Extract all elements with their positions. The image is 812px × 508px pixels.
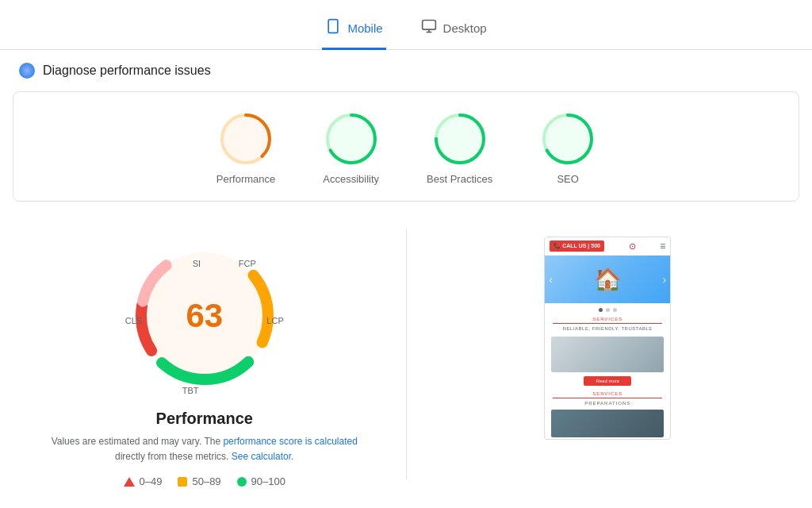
score-card-performance[interactable]: 63 Performance [216,111,275,185]
score-circle-best-practices: 100 [432,111,488,167]
desktop-icon [421,18,437,38]
phone-interior-image [551,337,664,372]
legend-icon-green [237,477,247,487]
phone-topbar: 📞 CALL US | 500 ⊙ ≡ [545,237,670,256]
section-header: Diagnose performance issues [0,50,812,91]
gauge-label-si: SI [193,259,201,268]
score-label-accessibility: Accessibility [323,173,379,185]
legend: 0–49 50–89 90–100 [124,475,285,487]
phone-bottom-image [551,410,664,437]
phone-tagline: RELIABLE, FRIENDLY, TRUSTABLE [545,324,670,333]
main-content: SI FCP LCP TBT CLS 63 [0,208,812,500]
mobile-icon [325,18,341,38]
score-label-seo: SEO [557,173,578,185]
gauge-container: SI FCP LCP TBT CLS 63 [117,229,292,403]
tab-mobile-label: Mobile [347,21,382,35]
gauge-label-fcp: FCP [239,259,256,268]
score-circle-accessibility: 92 [324,111,379,167]
score-circle-seo: 92 [540,111,596,167]
phone-instagram-icon: ⊙ [629,241,636,252]
legend-mid-label: 50–89 [192,475,220,487]
legend-high-label: 90–100 [251,475,285,487]
phone-preparations-label: PREPARATIONS [545,398,670,408]
phone-services-label-1: SERVICES [553,315,662,324]
score-label-performance: Performance [216,173,275,185]
legend-high: 90–100 [237,475,285,487]
phone-mockup: 📞 CALL US | 500 ⊙ ≡ 🏠 ‹ › SERVICES RELIA… [544,237,671,440]
phone-dot-3 [613,308,617,312]
legend-low: 0–49 [124,475,163,487]
gauge-label-cls: CLS [125,316,142,325]
score-card-seo[interactable]: 92 SEO [540,111,596,185]
phone-services-label-2: SERVICES [553,390,662,398]
legend-low-label: 0–49 [140,475,163,487]
tab-bar: Mobile Desktop [0,0,812,50]
svg-rect-0 [329,20,339,33]
tab-desktop[interactable]: Desktop [418,10,490,50]
gauge-label-tbt: TBT [182,386,199,395]
svg-rect-2 [422,21,435,30]
score-label-best-practices: Best Practices [427,173,492,185]
section-title: Diagnose performance issues [43,64,211,78]
calculator-link[interactable]: See calculator [232,451,291,462]
score-circle-performance: 63 [218,111,274,167]
legend-icon-orange [178,477,187,487]
score-card-accessibility[interactable]: 92 Accessibility [323,111,379,185]
gauge-score: 63 [186,297,223,335]
phone-read-more-button[interactable]: Read more [584,376,631,386]
note-prefix: Values are estimated and may vary. The [52,436,224,447]
legend-mid: 50–89 [178,475,220,487]
phone-dot-2 [606,308,610,312]
perf-score-link[interactable]: performance score is calculated [223,436,357,447]
performance-section: SI FCP LCP TBT CLS 63 [19,221,390,487]
performance-title: Performance [156,410,253,428]
tab-mobile[interactable]: Mobile [322,10,385,50]
legend-icon-red [124,477,135,487]
phone-cta-button: 📞 CALL US | 500 [550,241,604,252]
phone-nav-dots [545,303,670,315]
phone-hero-image: 🏠 ‹ › [545,256,670,303]
score-panel: 63 Performance 92 Accessibility 100 Best… [13,91,799,202]
tab-desktop-label: Desktop [443,21,487,35]
phone-dot-1 [599,308,603,312]
phone-menu-icon: ≡ [660,241,665,252]
note-middle: directly from these metrics. [115,451,232,462]
gauge-label-lcp: LCP [266,316,283,325]
note-suffix: . [291,451,293,462]
score-card-best-practices[interactable]: 100 Best Practices [427,111,492,185]
performance-note: Values are estimated and may vary. The p… [52,434,358,464]
section-icon [19,63,35,79]
vertical-divider [406,229,407,479]
